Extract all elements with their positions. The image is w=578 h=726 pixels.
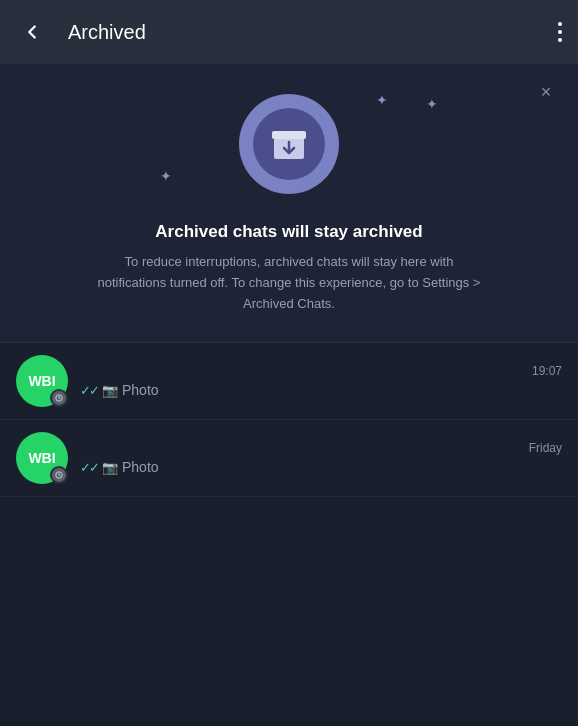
chat-item[interactable]: WBI Friday ✓✓ 📷 Photo xyxy=(0,420,578,497)
camera-icon: 📷 xyxy=(102,383,118,398)
more-options-button[interactable] xyxy=(558,22,562,42)
banner-description: To reduce interruptions, archived chats … xyxy=(89,252,489,314)
chat-content: Friday ✓✓ 📷 Photo xyxy=(80,441,562,475)
read-receipt-icon: ✓✓ xyxy=(80,460,98,475)
read-receipt-icon: ✓✓ xyxy=(80,383,98,398)
archive-circle-inner xyxy=(253,108,325,180)
avatar-text: WBI xyxy=(28,450,55,466)
chat-preview: ✓✓ 📷 Photo xyxy=(80,459,562,475)
clock-icon xyxy=(55,471,63,479)
back-button[interactable] xyxy=(16,16,48,48)
chat-preview: ✓✓ 📷 Photo xyxy=(80,382,562,398)
chat-content: 19:07 ✓✓ 📷 Photo xyxy=(80,364,562,398)
banner-title: Archived chats will stay archived xyxy=(30,222,548,242)
archive-banner: × ✦ ✦ ✦ Archived chats will stay archive… xyxy=(0,64,578,343)
more-dot xyxy=(558,22,562,26)
archive-icon-area: ✦ ✦ ✦ xyxy=(30,84,548,204)
avatar: WBI xyxy=(16,432,68,484)
more-dot xyxy=(558,38,562,42)
avatar-badge xyxy=(50,389,68,407)
sparkle-icon: ✦ xyxy=(376,92,388,108)
badge-inner xyxy=(52,468,66,482)
chat-time: 19:07 xyxy=(532,364,562,378)
sparkle-icon: ✦ xyxy=(160,168,172,184)
archive-circle-outer xyxy=(239,94,339,194)
sparkle-icon: ✦ xyxy=(426,96,438,112)
chat-meta: 19:07 xyxy=(80,364,562,378)
avatar: WBI xyxy=(16,355,68,407)
avatar-badge xyxy=(50,466,68,484)
chat-item[interactable]: WBI 19:07 ✓✓ 📷 Photo xyxy=(0,343,578,420)
message-preview: Photo xyxy=(122,382,159,398)
clock-icon xyxy=(55,394,63,402)
svg-rect-1 xyxy=(272,131,306,139)
chat-list: WBI 19:07 ✓✓ 📷 Photo WB xyxy=(0,343,578,497)
page-title: Archived xyxy=(68,21,538,44)
camera-icon: 📷 xyxy=(102,460,118,475)
more-dot xyxy=(558,30,562,34)
message-preview: Photo xyxy=(122,459,159,475)
chat-meta: Friday xyxy=(80,441,562,455)
chat-time: Friday xyxy=(529,441,562,455)
header: Archived xyxy=(0,0,578,64)
avatar-text: WBI xyxy=(28,373,55,389)
archive-box-icon xyxy=(270,126,308,162)
badge-inner xyxy=(52,391,66,405)
